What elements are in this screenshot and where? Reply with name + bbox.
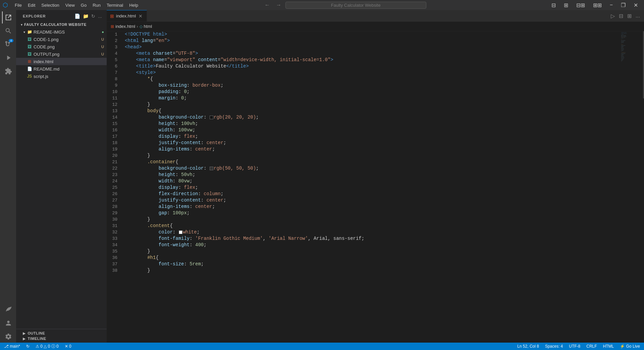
cursor-position[interactable]: Ln 52, Col 8 [516,344,540,349]
token: ; [256,165,259,172]
menu-terminal[interactable]: Terminal [104,2,126,8]
git-branch-status[interactable]: ⎇ main* [3,344,21,349]
token [125,95,159,101]
file-code-1-png[interactable]: 🖼 CODE-1.png U [16,36,107,43]
refresh-button[interactable]: ↻ [91,13,96,19]
search-bar[interactable] [285,2,426,9]
menu-help[interactable]: Help [126,2,141,8]
errors-status[interactable]: ✕ 0 [63,344,73,349]
token: column [204,191,220,197]
token: : [201,197,207,204]
line-number: 25 [107,184,120,191]
run-activity-icon[interactable] [2,52,14,64]
line-number: 18 [107,140,120,146]
token: ; [195,184,198,191]
menu-selection[interactable]: Selection [39,2,62,8]
token: height [159,172,175,178]
tab-close-button[interactable]: ✕ [138,13,143,19]
collapse-all-button[interactable]: ... [97,13,103,19]
timeline-section[interactable]: ▶ TIMELINE [16,336,107,341]
token: width [159,127,173,133]
token: align-items [159,204,190,210]
layout-toggle2-button[interactable]: ⊞ [560,1,572,10]
language-mode[interactable]: HTML [602,344,615,349]
source-control-activity-icon[interactable]: 4 [2,38,14,50]
token: padding [159,89,178,95]
token [125,248,147,255]
layout-toggle3-button[interactable]: ⊟⊞ [573,1,588,10]
tab-index-html[interactable]: ⊞ index.html ✕ [107,10,147,21]
token: ; [256,114,259,121]
new-file-button[interactable]: 📄 [74,13,81,19]
explorer-activity-icon[interactable] [2,11,14,24]
folder-readme-imgs[interactable]: ▾ 📁 README-IMGS ● [16,28,107,36]
maximize-button[interactable]: ❐ [618,1,629,10]
problems-status[interactable]: ⚠ 0 △ 0 Ⓘ 0 [34,344,60,349]
leaf-activity-icon[interactable] [2,302,14,314]
token: "viewport" [167,57,195,63]
nav-forward-button[interactable]: → [274,1,283,9]
indent-size[interactable]: Spaces: 4 [544,344,564,349]
sidebar: EXPLORER 📄 📁 ↻ ... ▾ FAULTY CALCULATOR W… [16,10,107,343]
token: <head> [125,44,142,50]
tab-label: index.html [116,13,136,18]
token [125,229,159,235]
breadcrumb-item-html[interactable]: ◇ html [140,24,152,29]
menu-run[interactable]: Run [90,2,103,8]
line-number: 1 [107,31,120,38]
editor-layout-button[interactable]: ⊞ [626,12,633,20]
file-output-png[interactable]: 🖼 OUTPUT.png U [16,50,107,58]
html-icon: ⊞ [27,59,32,64]
line-number: 3 [107,44,120,50]
token: center [195,146,212,152]
more-actions-button[interactable]: ... [634,12,641,19]
file-code-png[interactable]: 🖼 CODE.png U [16,43,107,50]
code-area[interactable]: <!DOCTYPE html><html lang="en"><head> <m… [123,31,621,343]
token: > [164,31,167,38]
layout-toggle-button[interactable]: ⊟ [548,1,559,10]
code-line: color: white; [125,229,621,235]
menu-go[interactable]: Go [78,2,89,8]
token: { [170,223,172,229]
line-ending[interactable]: CRLF [585,344,598,349]
nav-back-button[interactable]: ← [263,1,272,9]
line-numbers: 1234567891011121314151617181920212223242… [107,31,123,343]
token: > [195,50,198,57]
menu-edit[interactable]: Edit [25,2,38,8]
menu-view[interactable]: View [63,2,77,8]
split-editor-button[interactable]: ⊟ [618,12,625,20]
token: body [147,108,159,114]
token: { [175,159,178,165]
new-folder-button[interactable]: 📁 [82,13,89,19]
file-encoding[interactable]: UTF-8 [568,344,582,349]
file-script-js[interactable]: ▸ JS script.js [16,73,107,80]
token [125,261,159,267]
token: justify-content [159,197,201,204]
go-live-button[interactable]: ⚡ Go Live [619,344,641,349]
code-line: justify-content: center; [125,197,621,204]
token [125,210,159,216]
search-activity-icon[interactable] [2,25,14,37]
close-button[interactable]: ✕ [630,1,641,10]
menu-file[interactable]: File [12,2,24,8]
line-number: 17 [107,133,120,140]
sidebar-actions: 📄 📁 ↻ ... [74,13,103,19]
sync-status[interactable]: ↻ [25,344,31,349]
file-index-html[interactable]: ▸ ⊞ index.html [16,58,107,65]
file-readme-md[interactable]: ▸ 📄 README.md [16,65,107,73]
extensions-activity-icon[interactable] [2,65,14,77]
editor-content[interactable]: 1234567891011121314151617181920212223242… [107,31,644,343]
settings-activity-icon[interactable] [2,331,14,343]
account-activity-icon[interactable] [2,317,14,329]
token: align-items [159,146,190,152]
token [125,101,147,108]
outline-section[interactable]: ▶ OUTLINE [16,331,107,336]
breadcrumb-item-file[interactable]: ⊞ index.html [111,24,135,29]
token: gap [159,210,167,216]
token [125,121,159,127]
project-root[interactable]: ▾ FAULTY CALCULATOR WEBSITE [16,21,107,28]
run-in-browser-button[interactable]: ▷ [609,12,616,20]
minimize-button[interactable]: − [606,1,616,9]
layout-editor-layout-button[interactable]: ⊞⊞ [590,1,605,10]
sidebar-title: EXPLORER [23,14,46,18]
